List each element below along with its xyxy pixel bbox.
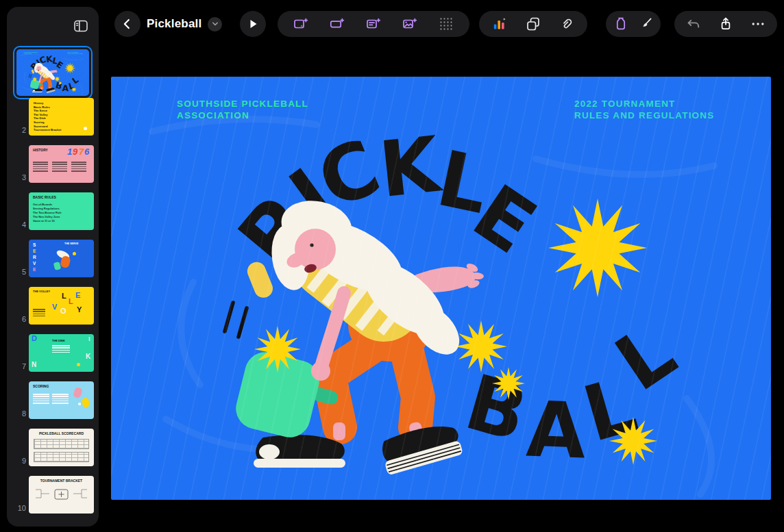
slide-number: 4 — [10, 220, 26, 229]
brush-icon — [637, 16, 654, 32]
starburst-group — [455, 199, 657, 465]
slide-row-5: 5 THE SERVE S E R V E — [7, 240, 99, 277]
chevron-down-icon — [211, 20, 219, 28]
slide-row-9: 9 PICKLEBALL SCORECARD — [7, 429, 99, 466]
slide-thumbnail-2[interactable]: HistoryBasic Rules The ServeThe Volley T… — [29, 98, 94, 136]
ellipsis-icon — [750, 16, 766, 32]
slide-navigator: 1 SOUTHSIDE PICKLEBALL ASSOCIATION 2022 … — [7, 7, 99, 527]
scorecard-preview: PICKLEBALL SCORECARD — [29, 429, 94, 466]
play-button[interactable] — [240, 11, 266, 37]
format-brush-button[interactable] — [633, 11, 658, 37]
slide-number: 9 — [10, 457, 26, 465]
slide-grid-button[interactable] — [430, 11, 462, 37]
slide-number: 5 — [10, 268, 26, 276]
undo-button[interactable] — [678, 11, 709, 37]
slide-row-8: 8 SCORING — [7, 381, 99, 419]
dink-preview: D I N K THE DINK — [29, 334, 94, 372]
style-toolbar-group — [606, 11, 661, 37]
insert-shape-button[interactable] — [517, 11, 549, 37]
keynote-window: Pickleball — [0, 0, 784, 532]
grid-dots-icon — [438, 16, 454, 32]
share-button[interactable] — [710, 11, 742, 37]
slide-thumbnail-1[interactable]: SOUTHSIDE PICKLEBALL ASSOCIATION 2022 TO… — [16, 49, 89, 96]
add-slide-icon — [293, 16, 309, 32]
player-illustration — [29, 62, 58, 93]
front-sneaker — [254, 435, 345, 468]
starburst-group — [54, 63, 76, 92]
front-sneaker — [32, 89, 42, 92]
bracket-diagram — [29, 484, 94, 511]
agenda-preview: HistoryBasic Rules The ServeThe Volley T… — [29, 98, 94, 136]
slide-artwork — [16, 49, 89, 96]
sidebar-toggle-button[interactable] — [67, 14, 95, 38]
add-media-icon — [402, 16, 418, 32]
slide-row-7: 7 D I N K THE DINK — [7, 334, 99, 372]
attach-file-button[interactable] — [551, 11, 583, 37]
undo-icon — [685, 16, 702, 32]
slide-row-3: 3 HISTORY 1 9 7 6 — [7, 145, 99, 183]
slide-content: SOUTHSIDE PICKLEBALL ASSOCIATION 2022 TO… — [111, 77, 771, 500]
slide-number: 3 — [10, 173, 26, 181]
slide-1-preview: SOUTHSIDE PICKLEBALL ASSOCIATION 2022 TO… — [16, 49, 89, 96]
scoring-preview: SCORING — [29, 381, 94, 419]
volley-preview: THE VOLLEY V O L L E Y — [29, 287, 94, 325]
slide-row-2: 2 HistoryBasic Rules The ServeThe Volley… — [7, 98, 99, 136]
insert-chart-button[interactable] — [484, 11, 515, 37]
slide-canvas[interactable]: SOUTHSIDE PICKLEBALL ASSOCIATION 2022 TO… — [111, 77, 771, 500]
add-media-button[interactable] — [394, 11, 426, 37]
add-banner-icon — [329, 16, 345, 32]
add-textbox-icon — [365, 16, 382, 32]
serve-preview: THE SERVE S E R V E — [29, 240, 94, 277]
slide-artwork — [111, 77, 771, 500]
document-menu-button[interactable] — [208, 17, 222, 31]
slide-thumbnail-3[interactable]: HISTORY 1 9 7 6 — [29, 145, 94, 183]
more-button[interactable] — [742, 11, 774, 37]
back-button[interactable] — [114, 11, 140, 37]
add-banner-button[interactable] — [321, 11, 353, 37]
slide-number: 2 — [10, 126, 26, 134]
history-preview: HISTORY 1 9 7 6 — [29, 145, 94, 183]
flying-ball — [245, 259, 275, 301]
slide-number: 8 — [10, 409, 26, 418]
actions-toolbar-group — [674, 11, 777, 37]
share-icon — [718, 16, 734, 32]
slide-thumbnail-4[interactable]: BASIC RULES Out-of-BoundsServing Regulat… — [29, 192, 94, 230]
slide-number: 7 — [10, 362, 26, 370]
slide-number: 10 — [10, 504, 26, 512]
play-icon — [245, 16, 260, 31]
chevron-left-icon — [120, 16, 135, 31]
slide-thumbnail-8[interactable]: SCORING — [29, 381, 94, 419]
chart-icon — [491, 16, 508, 32]
slide-content: SOUTHSIDE PICKLEBALL ASSOCIATION 2022 TO… — [16, 49, 89, 96]
paperclip-icon — [559, 16, 575, 32]
object-toolbar-group — [479, 11, 587, 37]
slide-thumbnail-6[interactable]: THE VOLLEY V O L L E Y — [29, 287, 94, 325]
shape-style-button[interactable] — [609, 11, 633, 37]
slide-thumbnail-9[interactable]: PICKLEBALL SCORECARD — [29, 429, 94, 466]
slide-thumbnail-10[interactable]: TOURNAMENT BRACKET — [29, 476, 94, 514]
add-slide-button[interactable] — [285, 11, 317, 37]
basic-rules-preview: BASIC RULES Out-of-BoundsServing Regulat… — [29, 192, 94, 230]
shapes-icon — [525, 16, 541, 32]
slide-row-10: 10 TOURNAMENT BRACKET — [7, 476, 99, 514]
flying-ball — [31, 69, 34, 74]
player-illustration — [225, 194, 484, 476]
document-title: Pickleball — [147, 17, 201, 31]
slide-row-6: 6 THE VOLLEY V O L L E Y — [7, 287, 99, 325]
insert-toolbar-group — [278, 11, 469, 37]
slide-row-4: 4 BASIC RULES Out-of-BoundsServing Regul… — [7, 192, 99, 230]
sidebar-toggle-icon — [72, 18, 90, 34]
slide-row-1: 1 SOUTHSIDE PICKLEBALL ASSOCIATION 2022 … — [7, 47, 99, 97]
bracket-preview: TOURNAMENT BRACKET — [29, 476, 94, 514]
jar-icon — [613, 16, 629, 32]
slide-number: 6 — [10, 315, 26, 323]
document-title-group: Pickleball — [147, 11, 222, 37]
slide-thumbnail-5[interactable]: THE SERVE S E R V E — [29, 240, 94, 277]
slide-thumbnail-7[interactable]: D I N K THE DINK — [29, 334, 94, 372]
add-textbox-button[interactable] — [358, 11, 389, 37]
